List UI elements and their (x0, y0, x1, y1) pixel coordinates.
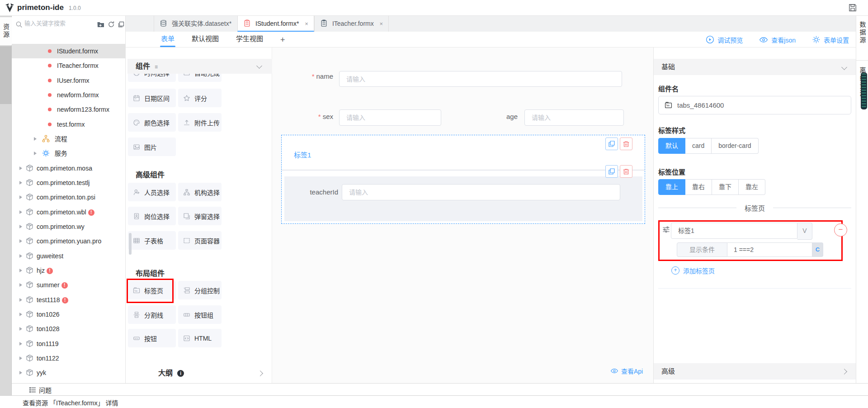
tree-item-package[interactable]: hjz! (12, 263, 126, 278)
tree-item-package[interactable]: ton1119 (12, 337, 126, 351)
tree-item-file[interactable]: ITeacher.formx (12, 58, 126, 73)
remove-tab-button[interactable]: − (834, 223, 847, 237)
chevron-right-icon[interactable] (257, 370, 263, 376)
condition-code-button[interactable]: C (812, 242, 823, 257)
close-icon[interactable]: × (305, 20, 308, 27)
tree-item-package[interactable]: summer! (12, 278, 126, 292)
rail-scroll-thumb[interactable] (861, 72, 867, 109)
tune-icon[interactable] (662, 225, 670, 235)
editor-tab-istudent[interactable]: IStudent.formx* × (237, 16, 314, 32)
field-input-name[interactable] (339, 71, 622, 87)
expand-arrow-icon[interactable] (19, 254, 22, 258)
position-option-bottom[interactable]: 靠下 (712, 179, 739, 195)
canvas-tab-label[interactable]: 标签1 (294, 150, 311, 159)
component-name-input[interactable]: Tab tabs_48614600 (658, 96, 851, 114)
problems-bar[interactable]: 问题 (12, 383, 868, 395)
tree-item-package[interactable]: ton1028 (12, 322, 126, 336)
expand-arrow-icon[interactable] (34, 152, 37, 155)
palette-item[interactable]: 分割线 (128, 305, 176, 324)
view-json-button[interactable]: 查看json (759, 35, 796, 44)
tree-item-package[interactable]: com.primeton.testlj (12, 176, 126, 190)
palette-item[interactable]: 评分 (178, 89, 222, 107)
palette-scroll-thumb[interactable] (129, 233, 132, 255)
copy-button[interactable] (605, 165, 618, 178)
condition-input[interactable]: 1 ===2 (727, 242, 812, 257)
tree-item-package[interactable]: com.primeton.wy (12, 219, 126, 234)
editor-tab-iteacher[interactable]: ITeacher.formx × (314, 16, 389, 32)
field-input-sex[interactable] (339, 109, 441, 126)
palette-item[interactable]: 颜色选择 (128, 113, 176, 132)
expand-arrow-icon[interactable] (19, 298, 22, 302)
palette-item[interactable]: 日期区间 (128, 89, 176, 107)
form-canvas[interactable]: *name *sex age 标签1 teacherId 查看Api (272, 47, 653, 383)
tab-form[interactable]: 表单 (161, 32, 175, 47)
palette-item[interactable]: 页面容器 (178, 231, 222, 250)
tree-item-package[interactable]: test1118! (12, 293, 126, 307)
expand-arrow-icon[interactable] (19, 166, 22, 170)
tree-item-package[interactable]: com.primeton.ton.psi (12, 190, 126, 204)
expand-arrow-icon[interactable] (34, 137, 37, 141)
chevron-right-icon[interactable] (841, 369, 847, 375)
tree-item-file[interactable]: IStudent.formx (12, 44, 126, 58)
tree-item-package[interactable]: com.primeton.yuan.pro (12, 234, 126, 248)
palette-item[interactable]: BTN按钮 (128, 329, 176, 347)
tree-item-package[interactable]: ton1026 (12, 307, 126, 322)
palette-item[interactable]: 分组控制 (178, 281, 222, 299)
expand-arrow-icon[interactable] (19, 210, 22, 214)
tree-item-file[interactable]: newform.formx (12, 88, 126, 102)
add-view-button[interactable]: + (280, 33, 285, 47)
tree-item-services[interactable]: 服务 (12, 146, 126, 161)
position-option-top[interactable]: 靠上 (658, 179, 685, 195)
tab-name-input[interactable]: 标签1 (671, 223, 797, 239)
style-option-border-card[interactable]: border-card (712, 138, 758, 154)
tree-item-package[interactable]: com.primeton.mosa (12, 161, 126, 176)
expand-arrow-icon[interactable] (19, 327, 22, 331)
tree-item-flow[interactable]: 流程 (12, 132, 126, 146)
add-tab-link[interactable]: + 添加标签页 (671, 266, 715, 275)
tree-item-package[interactable]: ton1122 (12, 351, 126, 365)
collapse-panel-icon[interactable] (118, 21, 125, 29)
position-option-right[interactable]: 靠右 (685, 179, 712, 195)
expand-arrow-icon[interactable] (19, 313, 22, 316)
expand-arrow-icon[interactable] (19, 269, 22, 272)
rail-tab-datasource[interactable]: 数据源 (856, 21, 868, 44)
rail-scroll-thumb[interactable] (0, 46, 12, 104)
palette-item[interactable]: 人员选择 (128, 183, 176, 201)
expand-arrow-icon[interactable] (19, 181, 22, 185)
palette-item-tab-page[interactable]: Tab标签页 (128, 281, 176, 299)
expand-arrow-icon[interactable] (19, 225, 22, 228)
tree-item-package[interactable]: yyk (12, 365, 126, 380)
rail-tab-resources[interactable]: 资源 (0, 17, 12, 45)
debug-preview-button[interactable]: 调试预览 (706, 35, 743, 44)
tree-item-package[interactable]: com.primeton.wbl! (12, 205, 126, 219)
expand-arrow-icon[interactable] (19, 283, 22, 287)
position-option-left[interactable]: 靠左 (739, 179, 765, 195)
view-api-link[interactable]: 查看Api (610, 366, 643, 375)
field-input-teacherid[interactable] (342, 184, 620, 200)
tab-name-suffix-button[interactable]: V (797, 223, 812, 240)
tree-item-file[interactable]: newform123.formx (12, 102, 126, 117)
refresh-icon[interactable] (108, 21, 115, 29)
editor-tab-dataset[interactable]: 强关联实体.datasetx* × (154, 16, 247, 32)
expand-arrow-icon[interactable] (19, 239, 22, 243)
tab-student-view[interactable]: 学生视图 (236, 32, 263, 47)
expand-arrow-icon[interactable] (19, 342, 22, 346)
expand-arrow-icon[interactable] (19, 356, 22, 360)
palette-item[interactable]: 按钮组 (178, 305, 222, 324)
chevron-down-icon[interactable] (256, 63, 262, 69)
style-option-card[interactable]: card (685, 138, 712, 154)
palette-item[interactable]: 附件上传 (178, 113, 222, 132)
palette-header[interactable]: 组件≡ (127, 59, 272, 74)
tree-item-file[interactable]: IUser.formx (12, 73, 126, 88)
palette-item[interactable]: 机构选择 (178, 183, 222, 201)
style-option-default[interactable]: 默认 (658, 138, 685, 154)
new-folder-icon[interactable] (97, 21, 104, 29)
delete-button[interactable] (620, 165, 632, 178)
delete-button[interactable] (620, 138, 632, 150)
tabs-component-selected[interactable]: 标签1 teacherId (281, 135, 645, 224)
tree-item-file[interactable]: test.formx (12, 117, 126, 132)
expand-arrow-icon[interactable] (19, 195, 22, 199)
field-input-age[interactable] (524, 109, 624, 126)
close-icon[interactable]: × (380, 20, 383, 27)
palette-item[interactable]: HTML (178, 329, 222, 347)
